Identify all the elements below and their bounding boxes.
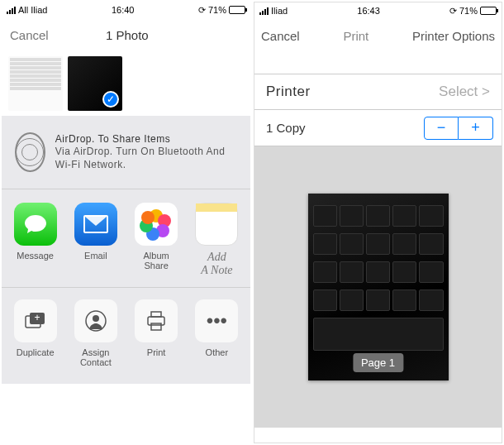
clock: 16:43 xyxy=(288,6,449,16)
action-label-l1: Assign xyxy=(69,347,122,357)
nav-title: 1 Photo xyxy=(49,28,206,42)
battery-icon xyxy=(480,7,497,15)
app-label: Message xyxy=(9,251,62,261)
action-label: Duplicate xyxy=(9,347,62,357)
printer-label: Printer xyxy=(266,84,311,100)
battery-pct: 71% xyxy=(459,6,478,16)
add-note-app[interactable]: Add A Note xyxy=(190,203,243,277)
signal-icon xyxy=(259,7,269,15)
svg-rect-5 xyxy=(151,312,161,317)
email-app[interactable]: Email xyxy=(69,203,122,277)
action-label: Print xyxy=(130,347,183,357)
photos-icon xyxy=(135,203,178,246)
check-icon: ✓ xyxy=(102,91,119,108)
clock: 16:40 xyxy=(47,5,198,15)
actions-row: + Duplicate Assign Contact Print xyxy=(2,287,250,384)
increment-button[interactable]: + xyxy=(459,117,493,140)
print-icon xyxy=(135,299,178,342)
rotation-lock-icon: ⟳ xyxy=(449,6,457,17)
copies-row: 1 Copy − + xyxy=(254,110,502,146)
copy-stepper: − + xyxy=(424,117,493,140)
thumbnail-item[interactable] xyxy=(8,56,63,111)
airdrop-icon xyxy=(15,132,45,172)
share-sheet-screen: All Iliad 16:40 ⟳ 71% Cancel 1 Photo ✓ xyxy=(2,2,250,443)
duplicate-icon: + xyxy=(14,299,57,342)
airdrop-section[interactable]: AirDrop. To Share Items Via AirDrop. Tur… xyxy=(2,124,250,180)
action-label: Other xyxy=(190,347,243,357)
action-label-l2: Contact xyxy=(69,357,122,367)
app-label-l2: Share xyxy=(130,261,183,270)
svg-point-4 xyxy=(93,315,99,322)
printer-select-value: Select > xyxy=(439,84,490,100)
shared-album-app[interactable]: Album Share xyxy=(130,203,183,277)
print-button[interactable]: Print xyxy=(343,29,368,43)
photo-thumbnails: ✓ xyxy=(2,51,250,116)
nav-bar: Cancel 1 Photo xyxy=(2,18,250,51)
more-icon: ••• xyxy=(195,299,238,342)
carrier-label: All Iliad xyxy=(18,5,47,15)
status-bar: Iliad 16:43 ⟳ 71% xyxy=(254,2,502,19)
print-preview-page[interactable]: Page 1 xyxy=(308,194,449,380)
app-label-l1: Album xyxy=(130,251,183,261)
copies-label: 1 Copy xyxy=(266,121,306,135)
decrement-button[interactable]: − xyxy=(424,117,459,140)
nav-bar: Cancel Print Printer Options xyxy=(254,19,502,52)
carrier-label: Iliad xyxy=(271,6,288,16)
share-apps-row: Message Email Album Sha xyxy=(2,189,250,287)
cancel-button[interactable]: Cancel xyxy=(261,29,300,43)
svg-text:+: + xyxy=(34,312,40,323)
airdrop-subtitle: Via AirDrop. Turn On Bluetooth And Wi-Fi… xyxy=(55,146,237,171)
messages-app[interactable]: Message xyxy=(9,203,62,277)
app-label-l2: A Note xyxy=(190,264,243,277)
cancel-button[interactable]: Cancel xyxy=(10,28,49,42)
duplicate-action[interactable]: + Duplicate xyxy=(9,299,62,367)
printer-options-screen: Iliad 16:43 ⟳ 71% Cancel Print Printer O… xyxy=(254,2,502,443)
mail-icon xyxy=(74,203,117,246)
print-action[interactable]: Print xyxy=(130,299,183,367)
app-label: Email xyxy=(69,251,122,261)
nav-title: Printer Options xyxy=(412,29,495,43)
page-badge: Page 1 xyxy=(353,353,403,372)
notes-icon xyxy=(195,203,238,246)
assign-contact-action[interactable]: Assign Contact xyxy=(69,299,122,367)
svg-rect-7 xyxy=(151,323,161,330)
signal-icon xyxy=(7,7,16,14)
printer-select-row[interactable]: Printer Select > xyxy=(254,74,502,110)
other-action[interactable]: ••• Other xyxy=(190,299,243,367)
rotation-lock-icon: ⟳ xyxy=(198,5,206,16)
airdrop-title: AirDrop. To Share Items xyxy=(55,133,237,146)
app-label-l1: Add xyxy=(190,251,243,264)
print-preview-area: Page 1 xyxy=(254,146,502,428)
messages-icon xyxy=(14,203,57,246)
battery-icon xyxy=(229,6,245,14)
status-bar: All Iliad 16:40 ⟳ 71% xyxy=(2,2,250,18)
battery-pct: 71% xyxy=(208,5,226,15)
thumbnail-item-selected[interactable]: ✓ xyxy=(68,56,122,111)
contact-icon xyxy=(74,299,117,342)
